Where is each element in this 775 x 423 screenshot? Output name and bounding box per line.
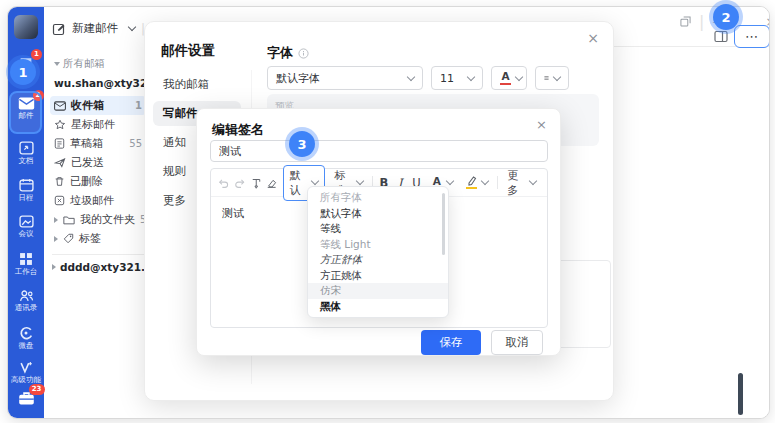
cancel-button[interactable]: 取消 [491, 330, 543, 355]
font-menu-item-heiti[interactable]: 黑体 [308, 299, 448, 315]
scrollbar-thumb[interactable] [738, 373, 743, 415]
font-menu-item-dengxian[interactable]: 等线 [308, 221, 448, 237]
reading-pane-icon[interactable] [714, 30, 728, 43]
avatar[interactable] [14, 15, 38, 39]
more-options-button[interactable]: ⋯ [734, 25, 770, 48]
controls-divider: | [699, 12, 704, 31]
edit-signature-modal: 编辑签名 × 默认 标准 [196, 108, 561, 356]
sent-icon [54, 157, 66, 168]
folder-item-spam[interactable]: 垃圾邮件 [50, 191, 146, 210]
more-format-button[interactable]: 更多 [503, 166, 540, 200]
info-icon [298, 48, 309, 59]
font-menu-item-fangsong[interactable]: 仿宋 [308, 283, 448, 299]
dropdown-scrollbar-thumb[interactable] [442, 193, 446, 255]
chevron-down-icon [356, 177, 364, 185]
folder-count: 1 [135, 100, 142, 111]
folder-item-inbox[interactable]: 收件箱 1 [50, 96, 146, 115]
popout-icon[interactable] [680, 16, 691, 27]
calendar-icon [19, 178, 34, 192]
highlight-icon [466, 176, 477, 190]
chevron-down-icon [481, 177, 489, 185]
highlight-color-button[interactable] [462, 174, 492, 192]
chevron-down-icon[interactable] [128, 23, 136, 31]
signature-name-input[interactable] [210, 140, 548, 162]
rail-item-label: 文档 [19, 157, 34, 165]
font-menu-item-default[interactable]: 默认字体 [308, 206, 448, 222]
font-menu-item-dengxian-light[interactable]: 等线 Light [308, 237, 448, 253]
folder-label: 星标邮件 [71, 117, 115, 132]
compose-icon [52, 22, 66, 36]
rail-item-workbench[interactable]: 工作台 [8, 252, 44, 276]
undo-icon[interactable] [218, 177, 229, 189]
secondary-account-label: dddd@xty321.... [60, 261, 157, 273]
rail-item-label: 高级功能 [11, 376, 41, 384]
mailbox-group[interactable]: 所有邮箱 [54, 57, 146, 71]
folder-item-deleted[interactable]: 已删除 [50, 172, 146, 191]
font-family-value: 默认字体 [276, 71, 320, 86]
font-size-value: 11 [440, 72, 454, 85]
eraser-icon[interactable] [266, 177, 277, 189]
folder-item-sent[interactable]: 已发送 [50, 153, 146, 172]
compose-button[interactable]: 新建邮件 [72, 21, 118, 36]
spam-icon [54, 195, 65, 206]
font-menu-item-all[interactable]: 所有字体 [308, 190, 448, 206]
folder-item-drafts[interactable]: 草稿箱 55 [50, 134, 146, 153]
workbench-icon [19, 252, 33, 266]
folder-label: 收件箱 [71, 98, 104, 113]
rail-item-workspace-bottom[interactable]: 23 [8, 391, 44, 406]
folder-item-tags[interactable]: 标签 [50, 229, 146, 248]
font-menu-item-fzshuti[interactable]: 方正舒体 [308, 252, 448, 268]
list-format-button[interactable] [535, 66, 569, 90]
rail-item-meeting[interactable]: 会议 [8, 215, 44, 238]
folder-label: 垃圾邮件 [70, 193, 114, 208]
list-icon [544, 73, 549, 83]
settings-close-icon[interactable]: × [587, 30, 599, 46]
signature-close-icon[interactable]: × [536, 117, 547, 132]
rail-item-contacts[interactable]: 通讯录 [8, 289, 44, 312]
format-painter-icon[interactable] [251, 177, 261, 189]
chat-badge: 1 [31, 49, 42, 60]
rail-item-label: 工作台 [15, 268, 38, 276]
content-pane: | — × ⋯ [614, 7, 769, 418]
folder-label: 标签 [79, 231, 101, 246]
folder-label: 草稿箱 [70, 136, 103, 151]
rail-item-docs[interactable]: 文档 [8, 141, 44, 165]
rail-item-advanced[interactable]: 高级功能 [8, 361, 44, 384]
font-dropdown-value: 默认 [290, 168, 308, 198]
tag-icon [63, 233, 74, 244]
docs-icon [19, 141, 34, 155]
folder-item-starred[interactable]: 星标邮件 [50, 115, 146, 134]
rail-item-calendar[interactable]: 日程 [8, 178, 44, 202]
font-menu-item-fzyaoti[interactable]: 方正姚体 [308, 268, 448, 284]
caret-down-icon [54, 62, 60, 66]
font-family-select[interactable]: 默认字体 [267, 66, 423, 90]
bottom-badge: 23 [29, 384, 45, 395]
redo-icon[interactable] [234, 177, 245, 189]
chevron-down-icon [467, 72, 475, 80]
rail-item-label: 微盘 [19, 342, 34, 350]
font-section-label: 字体 [267, 44, 293, 62]
save-button[interactable]: 保存 [421, 330, 481, 355]
settings-nav-mymailbox[interactable]: 我的邮箱 [153, 72, 241, 97]
font-color-button[interactable]: A [491, 66, 527, 90]
star-icon [54, 119, 66, 130]
secondary-account[interactable]: dddd@xty321.... CPS [50, 261, 146, 273]
rail-item-drive[interactable]: 微盘 [8, 326, 44, 350]
font-size-select[interactable]: 11 [431, 66, 483, 90]
rail-item-label: 通讯录 [15, 304, 38, 312]
mailbox-group-label: 所有邮箱 [63, 57, 105, 71]
annotation-step-2: 2 [713, 4, 739, 30]
folder-item-myfolders[interactable]: 我的文件夹 572 [50, 210, 146, 229]
chevron-down-icon [553, 72, 561, 80]
chevron-down-icon [311, 177, 319, 185]
font-section-title: 字体 [267, 44, 309, 62]
app-window: 1 2 邮件 文档 日程 [7, 6, 770, 419]
rail-item-label: 会议 [19, 230, 34, 238]
account-address[interactable]: wu.shan@xty321.... [54, 77, 146, 89]
highlight-box-mail [9, 91, 42, 134]
trash-icon [54, 176, 65, 187]
caret-right-icon[interactable] [54, 217, 58, 223]
signature-title: 编辑签名 [212, 121, 264, 139]
folder-label: 已删除 [70, 174, 103, 189]
caret-right-icon[interactable] [54, 236, 58, 242]
